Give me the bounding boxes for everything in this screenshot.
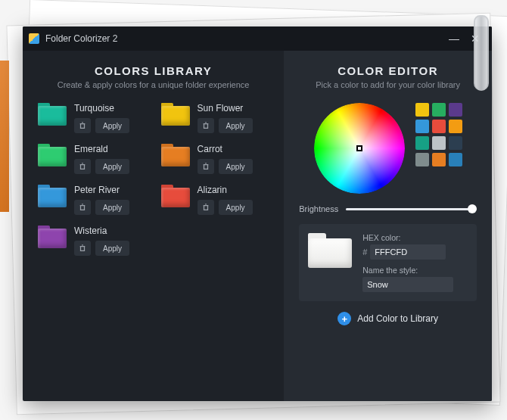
color-name: Emerald [74,144,146,154]
delete-button[interactable] [74,159,91,174]
folder-icon [38,103,67,126]
apply-button[interactable]: Apply [95,118,129,133]
window-title: Folder Colorizer 2 [45,33,443,44]
minimize-button[interactable]: — [443,28,465,49]
swatch[interactable] [415,120,429,133]
library-item: Peter RiverApply [38,185,146,215]
hex-input[interactable] [370,244,446,260]
folder-icon [161,185,190,207]
name-input[interactable] [362,277,453,292]
color-name: Alizarin [198,185,269,195]
delete-button[interactable] [74,241,91,256]
delete-button[interactable] [74,200,91,215]
color-name: Wisteria [74,226,146,236]
swatch[interactable] [449,136,462,150]
library-item: CarrotApply [161,144,269,174]
preview-folder-icon [308,233,352,268]
swatch[interactable] [432,120,446,133]
color-name: Sun Flower [198,103,269,114]
delete-button[interactable] [74,118,91,133]
folder-icon [38,226,67,248]
apply-button[interactable]: Apply [95,241,129,256]
preview-box: HEX color: # Name the style: [299,224,477,301]
swatch[interactable] [432,103,446,117]
library-item: WisteriaApply [38,226,146,256]
hex-label: HEX color: [362,233,468,242]
swatch[interactable] [449,120,462,133]
plus-icon: + [337,312,351,325]
folder-icon [161,144,190,166]
apply-button[interactable]: Apply [95,159,129,174]
library-subtitle: Create & apply colors for a unique folde… [38,80,269,89]
name-label: Name the style: [362,266,468,275]
color-name: Carrot [198,144,269,154]
delete-button[interactable] [198,159,214,174]
app-window: Folder Colorizer 2 — ✕ COLORS LIBRARY Cr… [23,26,492,401]
library-item: AlizarinApply [161,185,269,215]
swatch[interactable] [432,136,446,150]
swatch[interactable] [415,103,429,117]
hash-symbol: # [362,247,367,257]
color-name: Turquoise [74,103,146,114]
apply-button[interactable]: Apply [219,159,253,174]
add-color-button[interactable]: + Add Color to Library [299,312,477,325]
brightness-label: Brightness [299,204,338,213]
slider-thumb[interactable] [468,204,477,213]
delete-button[interactable] [198,200,214,215]
swatch[interactable] [415,136,429,150]
apply-button[interactable]: Apply [219,200,253,215]
color-wheel-handle[interactable] [356,145,362,151]
paperclip-icon [474,15,489,91]
swatch[interactable] [449,103,462,117]
swatch-grid [415,103,462,166]
editor-title: COLOR EDITOR [299,64,477,77]
library-item: TurquoiseApply [38,103,146,133]
editor-subtitle: Pick a color to add for your color libra… [299,80,477,89]
folder-icon [38,185,67,207]
photo-edge [0,61,9,212]
apply-button[interactable]: Apply [95,200,129,215]
swatch[interactable] [449,153,462,166]
folder-icon [161,103,190,126]
color-name: Peter River [74,185,146,195]
swatch[interactable] [415,153,429,166]
library-item: EmeraldApply [38,144,146,174]
add-color-label: Add Color to Library [357,313,438,324]
delete-button[interactable] [198,118,214,133]
app-icon [29,33,39,44]
titlebar: Folder Colorizer 2 — ✕ [23,26,492,51]
swatch[interactable] [432,153,446,166]
library-item: Sun FlowerApply [161,103,269,133]
color-wheel[interactable] [314,103,405,194]
apply-button[interactable]: Apply [219,118,253,133]
folder-icon [38,144,67,166]
editor-panel: COLOR EDITOR Pick a color to add for you… [284,51,492,401]
brightness-slider[interactable] [346,208,477,210]
library-panel: COLORS LIBRARY Create & apply colors for… [23,51,284,401]
library-title: COLORS LIBRARY [38,64,269,77]
